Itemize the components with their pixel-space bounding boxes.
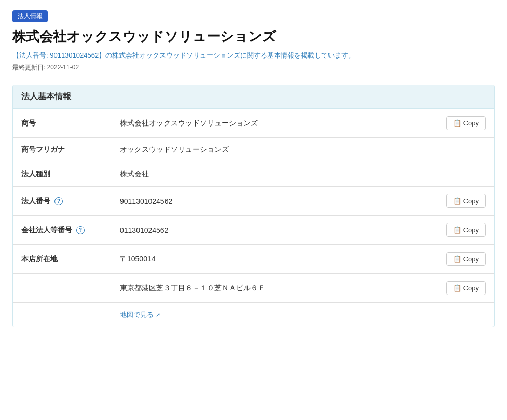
table-row: 東京都港区芝３丁目６－１０芝ＮＡビル６Ｆ 📋 Copy: [13, 274, 494, 303]
info-icon[interactable]: ?: [76, 226, 85, 234]
label-cell: 商号: [13, 109, 112, 138]
copy-cell: 📋 Copy: [438, 245, 494, 274]
value-cell: 〒1050014: [112, 245, 438, 274]
copy-cell: 📋 Copy: [438, 187, 494, 216]
clipboard-icon: 📋: [453, 197, 461, 205]
value-cell: オックスウッドソリューションズ: [112, 138, 494, 162]
info-icon[interactable]: ?: [54, 197, 63, 205]
label-cell: 本店所在地: [13, 245, 112, 274]
label-text: 会社法人等番号: [21, 226, 72, 235]
label-cell: 商号フリガナ: [13, 138, 112, 162]
label-cell: [13, 274, 112, 303]
copy-button[interactable]: 📋 Copy: [446, 223, 486, 237]
table-row: 法人番号 ? 9011301024562 📋 Copy: [13, 187, 494, 216]
table-row: 本店所在地 〒1050014 📋 Copy: [13, 245, 494, 274]
section-header: 法人基本情報: [13, 85, 494, 109]
table-row: 商号 株式会社オックスウッドソリューションズ 📋 Copy: [13, 109, 494, 138]
info-section: 法人基本情報 商号 株式会社オックスウッドソリューションズ 📋 Copy 商号フ…: [12, 85, 495, 327]
value-cell: 地図で見る ➚: [112, 303, 494, 327]
map-link[interactable]: 地図で見る ➚: [120, 310, 160, 319]
clipboard-icon: 📋: [453, 226, 461, 234]
copy-button[interactable]: 📋 Copy: [446, 116, 486, 130]
clipboard-icon: 📋: [453, 119, 461, 127]
copy-button[interactable]: 📋 Copy: [446, 281, 486, 295]
copy-label: Copy: [463, 197, 479, 205]
label-cell: 法人番号 ?: [13, 187, 112, 216]
value-cell: 東京都港区芝３丁目６－１０芝ＮＡビル６Ｆ: [112, 274, 438, 303]
last-updated: 最終更新日: 2022-11-02: [12, 63, 495, 72]
value-cell: 9011301024562: [112, 187, 438, 216]
map-link-text: 地図で見る: [120, 310, 154, 319]
page-description: 【法人番号: 9011301024562】の株式会社オックスウッドソリューション…: [12, 51, 495, 60]
external-link-icon: ➚: [156, 312, 160, 318]
copy-label: Copy: [463, 284, 479, 292]
copy-button[interactable]: 📋 Copy: [446, 194, 486, 208]
table-row: 会社法人等番号 ? 011301024562 📋 Copy: [13, 216, 494, 245]
copy-label: Copy: [463, 226, 479, 234]
copy-label: Copy: [463, 255, 479, 263]
copy-cell: 📋 Copy: [438, 109, 494, 138]
table-row: 地図で見る ➚: [13, 303, 494, 327]
info-table: 商号 株式会社オックスウッドソリューションズ 📋 Copy 商号フリガナ オック…: [13, 109, 494, 327]
label-text: 法人番号: [21, 197, 50, 206]
copy-button[interactable]: 📋 Copy: [446, 252, 486, 266]
page-title: 株式会社オックスウッドソリューションズ: [12, 27, 495, 46]
table-row: 商号フリガナ オックスウッドソリューションズ: [13, 138, 494, 162]
value-cell: 株式会社オックスウッドソリューションズ: [112, 109, 438, 138]
table-row: 法人種別 株式会社: [13, 162, 494, 187]
category-badge: 法人情報: [12, 10, 48, 22]
label-cell: 会社法人等番号 ?: [13, 216, 112, 245]
label-cell: [13, 303, 112, 327]
copy-label: Copy: [463, 119, 479, 127]
copy-cell: 📋 Copy: [438, 216, 494, 245]
label-cell: 法人種別: [13, 162, 112, 187]
clipboard-icon: 📋: [453, 255, 461, 263]
clipboard-icon: 📋: [453, 284, 461, 292]
value-cell: 株式会社: [112, 162, 494, 187]
value-cell: 011301024562: [112, 216, 438, 245]
copy-cell: 📋 Copy: [438, 274, 494, 303]
